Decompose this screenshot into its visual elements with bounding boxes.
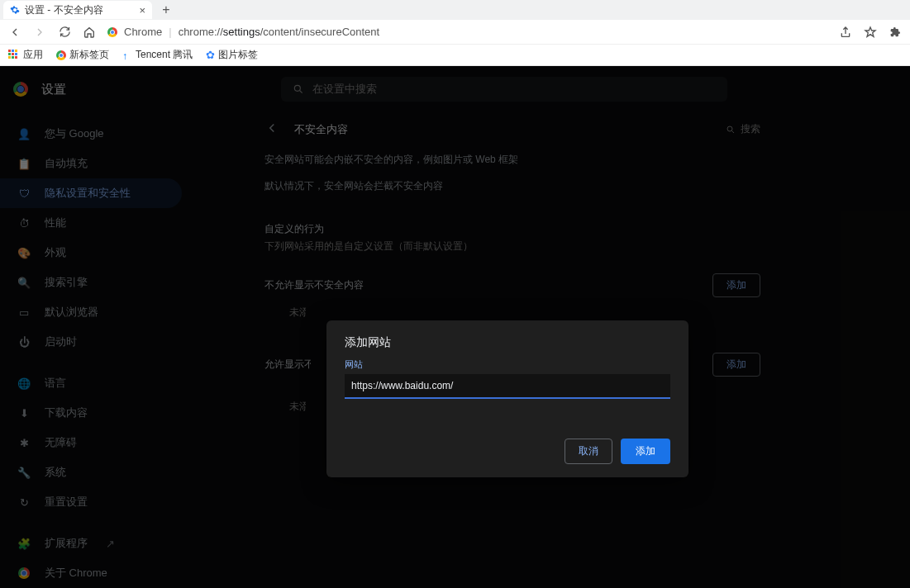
sidebar-item-label: 系统 xyxy=(45,465,66,480)
search-icon: 🔍 xyxy=(17,277,31,289)
newtab-bookmark[interactable]: 新标签页 xyxy=(56,48,109,62)
svg-point-1 xyxy=(727,126,732,131)
back-icon[interactable] xyxy=(8,26,21,39)
gear-icon xyxy=(10,5,20,15)
sidebar-item-label: 隐私设置和安全性 xyxy=(45,186,131,201)
person-icon: 👤 xyxy=(17,128,31,140)
block-no-sites: 未添加任何网站 xyxy=(289,306,306,320)
download-icon: ⬇ xyxy=(17,407,31,420)
clipboard-icon: 📋 xyxy=(17,158,31,170)
tencent-bookmark[interactable]: ↑Tencent 腾讯 xyxy=(122,48,193,62)
search-icon xyxy=(293,83,304,95)
chrome-logo xyxy=(13,82,28,97)
sidebar-item-startup[interactable]: ⏻启动时 xyxy=(0,327,182,357)
site-url-input[interactable] xyxy=(345,374,670,399)
wrench-icon: 🔧 xyxy=(17,467,31,479)
tab-strip: 设置 - 不安全内容 × + xyxy=(0,0,910,20)
content-search[interactable]: 搜索 xyxy=(726,122,760,136)
tab-title: 设置 - 不安全内容 xyxy=(25,3,103,17)
add-site-dialog: 添加网站 网站 取消 添加 xyxy=(326,320,688,477)
globe-icon: 🌐 xyxy=(17,377,31,390)
block-label: 不允许显示不安全内容 xyxy=(264,278,364,292)
sidebar-item-label: 性能 xyxy=(45,216,66,230)
sidebar-item-autofill[interactable]: 📋自动填充 xyxy=(0,149,182,178)
sidebar-item-performance[interactable]: ⏱性能 xyxy=(0,208,182,238)
content-title: 不安全内容 xyxy=(294,122,348,137)
allow-label: 允许显示不安全内容 xyxy=(264,358,311,372)
page-title: 设置 xyxy=(41,82,66,97)
sidebar-item-language[interactable]: 🌐语言 xyxy=(0,368,182,398)
reload-icon[interactable] xyxy=(58,26,71,39)
sidebar-item-label: 无障碍 xyxy=(45,435,77,450)
paw-icon: ✿ xyxy=(206,49,215,61)
back-arrow-icon[interactable] xyxy=(264,121,279,138)
chrome-icon xyxy=(17,567,31,579)
cancel-button[interactable]: 取消 xyxy=(565,439,612,464)
sidebar-item-label: 重置设置 xyxy=(45,495,88,510)
browser-icon: ▭ xyxy=(17,306,31,319)
close-icon[interactable]: × xyxy=(139,4,145,17)
sidebar-item-reset[interactable]: ↻重置设置 xyxy=(0,487,182,517)
sidebar-item-downloads[interactable]: ⬇下载内容 xyxy=(0,398,182,428)
url-text: chrome://settings/content/insecureConten… xyxy=(179,26,380,38)
sidebar-item-system[interactable]: 🔧系统 xyxy=(0,458,182,487)
sidebar-item-label: 外观 xyxy=(45,245,66,260)
allow-no-sites: 未添加任何网站 xyxy=(289,400,306,414)
shield-icon: 🛡 xyxy=(17,187,31,200)
sidebar-item-label: 搜索引擎 xyxy=(45,275,88,290)
imgtag-bookmark[interactable]: ✿图片标签 xyxy=(206,48,258,62)
dialog-title: 添加网站 xyxy=(345,335,670,350)
sidebar-item-accessibility[interactable]: ✱无障碍 xyxy=(0,428,182,458)
new-tab-button[interactable]: + xyxy=(159,2,174,17)
page-header: 设置 在设置中搜索 xyxy=(0,66,910,112)
star-icon[interactable] xyxy=(864,26,877,39)
speed-icon: ⏱ xyxy=(17,217,31,230)
sidebar-item-label: 语言 xyxy=(45,376,66,391)
sidebar-item-extensions[interactable]: 🧩扩展程序↗ xyxy=(0,529,182,558)
content-desc-1: 安全网站可能会内嵌不安全的内容，例如图片或 Web 框架 xyxy=(264,146,760,173)
power-icon: ⏻ xyxy=(17,336,31,349)
apps-icon xyxy=(8,50,20,61)
settings-search[interactable]: 在设置中搜索 xyxy=(281,77,727,102)
sidebar-item-label: 默认浏览器 xyxy=(45,305,98,320)
puzzle-icon[interactable] xyxy=(889,26,902,39)
add-allow-button[interactable]: 添加 xyxy=(712,353,760,377)
chrome-icon xyxy=(107,27,117,37)
sidebar-item-you-google[interactable]: 👤您与 Google xyxy=(0,119,182,149)
chrome-icon xyxy=(56,50,66,60)
palette-icon: 🎨 xyxy=(17,247,31,259)
sidebar-item-label: 启动时 xyxy=(45,334,77,349)
sidebar-item-about[interactable]: 关于 Chrome xyxy=(0,558,182,588)
sidebar-item-search[interactable]: 🔍搜索引擎 xyxy=(0,268,182,297)
share-icon[interactable] xyxy=(839,26,852,39)
settings-page: 设置 在设置中搜索 👤您与 Google 📋自动填充 🛡隐私设置和安全性 ⏱性能… xyxy=(0,66,910,588)
sidebar: 👤您与 Google 📋自动填充 🛡隐私设置和安全性 ⏱性能 🎨外观 🔍搜索引擎… xyxy=(0,112,182,588)
sidebar-item-label: 自动填充 xyxy=(45,156,88,171)
content-desc-2: 默认情况下，安全网站会拦截不安全内容 xyxy=(264,173,760,199)
sidebar-item-default-browser[interactable]: ▭默认浏览器 xyxy=(0,297,182,327)
sidebar-item-privacy[interactable]: 🛡隐私设置和安全性 xyxy=(0,178,182,208)
add-block-button[interactable]: 添加 xyxy=(712,273,760,297)
forward-icon[interactable] xyxy=(33,26,46,39)
custom-section-title: 自定义的行为 xyxy=(264,222,760,236)
tencent-icon: ↑ xyxy=(122,50,132,60)
address-bar: Chrome | chrome://settings/content/insec… xyxy=(0,20,910,45)
confirm-add-button[interactable]: 添加 xyxy=(621,439,670,464)
search-icon xyxy=(726,125,736,135)
sidebar-item-label: 扩展程序 xyxy=(45,536,88,551)
home-icon[interactable] xyxy=(83,26,96,39)
sidebar-item-label: 下载内容 xyxy=(45,405,88,420)
custom-section-sub: 下列网站采用的是自定义设置（而非默认设置） xyxy=(264,239,760,254)
puzzle-icon: 🧩 xyxy=(17,538,31,550)
sidebar-item-label: 您与 Google xyxy=(45,126,104,141)
external-link-icon: ↗ xyxy=(106,538,115,550)
browser-tab[interactable]: 设置 - 不安全内容 × xyxy=(3,1,152,19)
accessibility-icon: ✱ xyxy=(17,437,31,449)
apps-bookmark[interactable]: 应用 xyxy=(8,48,43,62)
reset-icon: ↻ xyxy=(17,496,31,509)
sidebar-item-appearance[interactable]: 🎨外观 xyxy=(0,238,182,268)
svg-point-0 xyxy=(294,85,300,91)
url-box[interactable]: Chrome | chrome://settings/content/insec… xyxy=(107,26,379,38)
chrome-label: Chrome xyxy=(124,26,162,38)
search-placeholder: 在设置中搜索 xyxy=(312,82,377,97)
